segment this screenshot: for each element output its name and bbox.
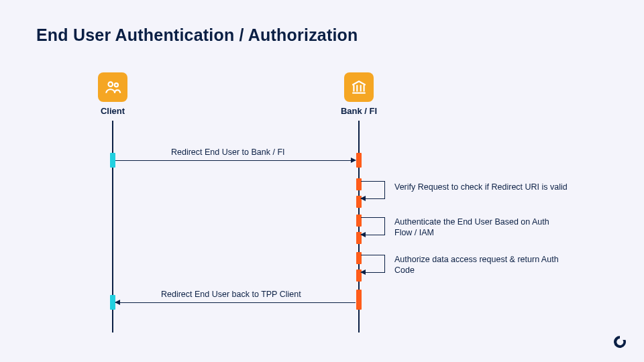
activation-client-1 xyxy=(110,153,115,168)
activation-bank-2 xyxy=(356,178,362,190)
activation-bank-8 xyxy=(356,290,362,310)
svg-point-0 xyxy=(109,82,113,86)
activation-bank-1 xyxy=(356,153,362,168)
lifeline-client xyxy=(112,121,113,333)
page-title: End User Authentication / Authorization xyxy=(36,25,358,45)
activation-bank-4 xyxy=(356,215,362,227)
actor-client: Client xyxy=(79,72,146,116)
actor-bank: Bank / FI xyxy=(325,72,392,116)
sequence-diagram: Client Bank / FI Redirect End User to Ba… xyxy=(0,67,644,335)
brand-logo-icon xyxy=(612,334,628,350)
actor-bank-label: Bank / FI xyxy=(325,106,392,116)
bank-icon xyxy=(344,72,374,102)
activation-bank-6 xyxy=(356,252,362,264)
msg-redirect-to-bank: Redirect End User to Bank / FI xyxy=(171,147,285,157)
arrow-redirect-to-bank xyxy=(115,160,356,161)
lifeline-bank xyxy=(358,121,360,333)
msg-authenticate: Authenticate the End User Based on Auth … xyxy=(394,217,569,238)
actor-client-label: Client xyxy=(79,106,146,116)
svg-point-1 xyxy=(115,83,118,86)
msg-verify-request: Verify Request to check if Redirect URI … xyxy=(394,182,569,193)
arrow-redirect-back xyxy=(115,302,356,303)
msg-redirect-back: Redirect End User back to TPP Client xyxy=(161,290,301,299)
people-icon xyxy=(98,72,127,102)
msg-authorize: Authorize data access request & return A… xyxy=(394,255,569,276)
